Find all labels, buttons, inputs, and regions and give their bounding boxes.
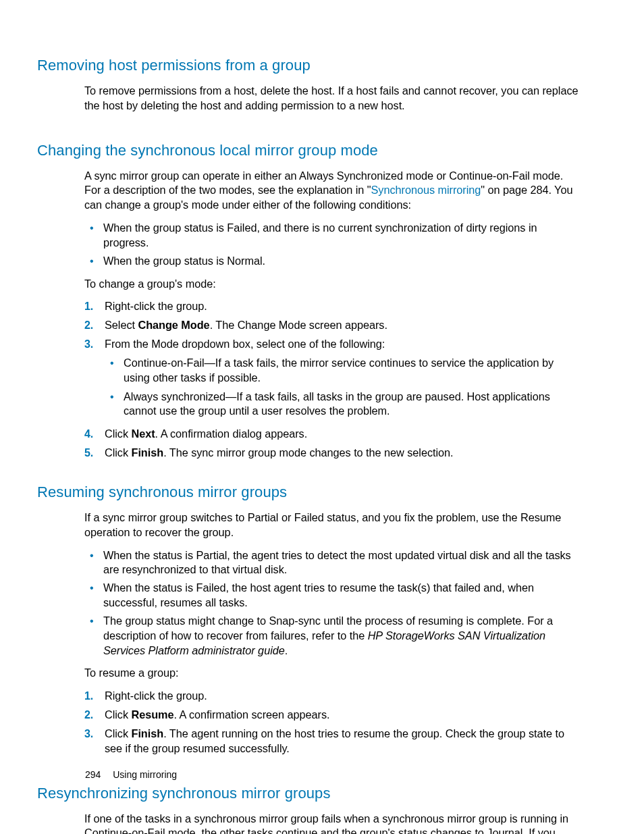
text: . A confirmation dialog appears.	[155, 427, 308, 440]
list-resuming-info: When the status is Partial, the agent tr…	[84, 548, 580, 658]
body-resync: If one of the tasks in a synchronous mir…	[84, 812, 580, 835]
para-change-lead: To change a group's mode:	[84, 277, 580, 292]
list-item: Always synchronized—If a task fails, all…	[105, 390, 580, 419]
step-item: Right-click the group.	[84, 299, 580, 314]
para-resuming-intro: If a sync mirror group switches to Parti…	[84, 511, 580, 540]
heading-changing-sync-mode: Changing the synchronous local mirror gr…	[37, 142, 580, 159]
body-resuming: If a sync mirror group switches to Parti…	[84, 511, 580, 756]
text: . A confirmation screen appears.	[174, 708, 330, 721]
list-item: When the group status is Normal.	[84, 254, 580, 269]
text: Select	[105, 319, 138, 331]
list-item: The group status might change to Snap-sy…	[84, 614, 580, 658]
text: Click	[105, 446, 132, 459]
body-changing-sync: A sync mirror group can operate in eithe…	[84, 169, 580, 461]
list-item: When the status is Partial, the agent tr…	[84, 548, 580, 578]
step-item: Click Resume. A confirmation screen appe…	[84, 708, 580, 723]
step-item: Click Finish. The sync mirror group mode…	[84, 446, 580, 461]
text: Click	[105, 708, 132, 721]
page-number: 294	[85, 769, 101, 780]
list-mode-options: Continue-on-Fail—If a task fails, the mi…	[105, 356, 580, 419]
text: Click	[105, 727, 132, 739]
step-item: Select Change Mode. The Change Mode scre…	[84, 318, 580, 333]
para-removing-host: To remove permissions from a host, delet…	[84, 84, 580, 113]
text: Click	[105, 427, 132, 440]
step-item: Click Next. A confirmation dialog appear…	[84, 427, 580, 442]
heading-removing-host-permissions: Removing host permissions from a group	[37, 57, 580, 74]
link-synchronous-mirroring[interactable]: Synchronous mirroring	[371, 184, 481, 196]
text: .	[285, 644, 288, 656]
page-footer: 294 Using mirroring	[85, 769, 177, 780]
text: . The agent running on the host tries to…	[105, 727, 564, 754]
footer-title: Using mirroring	[113, 769, 177, 780]
step-item: Click Finish. The agent running on the h…	[84, 727, 580, 756]
bold-text: Finish	[132, 727, 164, 739]
step-item: From the Mode dropdown box, select one o…	[84, 337, 580, 419]
bold-text: Change Mode	[138, 319, 209, 331]
steps-resume: Right-click the group. Click Resume. A c…	[84, 689, 580, 756]
list-item: When the status is Failed, the host agen…	[84, 581, 580, 610]
step-item: Right-click the group.	[84, 689, 580, 704]
body-removing-host: To remove permissions from a host, delet…	[84, 84, 580, 113]
para-resync: If one of the tasks in a synchronous mir…	[84, 812, 580, 835]
para-sync-intro: A sync mirror group can operate in eithe…	[84, 169, 580, 213]
list-conditions: When the group status is Failed, and the…	[84, 221, 580, 268]
steps-change-mode: Right-click the group. Select Change Mod…	[84, 299, 580, 460]
list-item: When the group status is Failed, and the…	[84, 221, 580, 251]
text: . The Change Mode screen appears.	[210, 319, 387, 331]
text: From the Mode dropdown box, select one o…	[105, 338, 385, 350]
bold-text: Next	[132, 427, 155, 440]
bold-text: Finish	[132, 446, 164, 459]
document-page: Removing host permissions from a group T…	[0, 0, 644, 834]
heading-resuming-sync-groups: Resuming synchronous mirror groups	[37, 484, 580, 501]
heading-resynchronizing: Resynchronizing synchronous mirror group…	[37, 785, 580, 802]
list-item: Continue-on-Fail—If a task fails, the mi…	[105, 356, 580, 386]
text: . The sync mirror group mode changes to …	[163, 446, 453, 459]
bold-text: Resume	[132, 708, 174, 721]
para-resume-lead: To resume a group:	[84, 666, 580, 681]
